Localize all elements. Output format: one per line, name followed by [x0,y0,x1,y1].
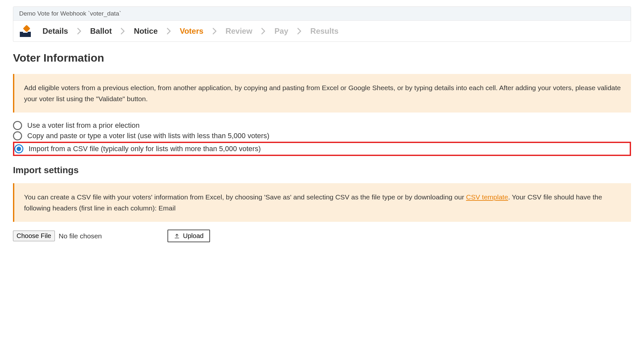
step-voters[interactable]: Voters [180,27,204,36]
step-notice[interactable]: Notice [134,27,157,36]
chevron-right-icon [167,28,171,34]
step-review: Review [226,27,253,36]
radio-option-1[interactable]: Copy and paste or type a voter list (use… [13,131,631,141]
radio-option-0[interactable]: Use a voter list from a prior election [13,120,631,131]
chevron-right-icon [213,28,217,34]
upload-icon [174,233,180,239]
upload-button[interactable]: Upload [167,230,210,242]
wizard-card: Demo Vote for Webhook `voter_data` Detai… [13,6,631,42]
csv-template-link[interactable]: CSV template [466,193,508,201]
radio-indicator [14,144,23,153]
file-upload-row: Choose File No file chosen Upload [13,230,631,242]
info-box-import: You can create a CSV file with your vote… [13,183,631,222]
chevron-right-icon [261,28,265,34]
step-ballot[interactable]: Ballot [90,27,112,36]
step-pay: Pay [274,27,288,36]
chevron-right-icon [121,28,125,34]
choose-file-button[interactable]: Choose File [13,231,55,241]
radio-indicator [13,131,22,140]
section-title: Voter Information [13,52,631,64]
info-text-pre: You can create a CSV file with your vote… [24,193,466,201]
radio-option-2[interactable]: Import from a CSV file (typically only f… [13,142,631,156]
radio-indicator [13,121,22,130]
voter-source-radio-group: Use a voter list from a prior electionCo… [13,120,631,156]
step-details[interactable]: Details [43,27,68,36]
subsection-title: Import settings [13,165,631,175]
radio-label: Copy and paste or type a voter list (use… [27,132,269,140]
step-breadcrumb: DetailsBallotNoticeVotersReviewPayResult… [13,21,631,42]
radio-label: Import from a CSV file (typically only f… [29,145,261,153]
radio-label: Use a voter list from a prior election [27,121,140,130]
brand-logo-icon [20,25,31,37]
info-box-voter: Add eligible voters from a previous elec… [13,74,631,113]
card-title: Demo Vote for Webhook `voter_data` [13,7,631,21]
file-status-text: No file chosen [59,232,102,240]
chevron-right-icon [77,28,81,34]
upload-button-label: Upload [183,232,204,240]
chevron-right-icon [297,28,301,34]
step-results: Results [310,27,339,36]
